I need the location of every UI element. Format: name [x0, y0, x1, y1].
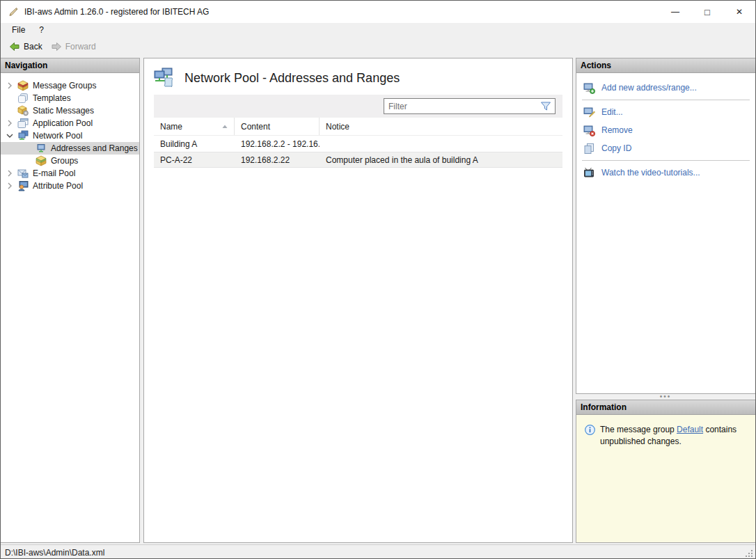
navigation-header: Navigation: [1, 58, 139, 73]
page-title: Network Pool - Addresses and Ranges: [184, 71, 400, 86]
navigation-panel: Navigation Message Groups: [1, 58, 140, 543]
menu-bar: File ?: [1, 23, 755, 37]
app-window: IBI-aws Admin 1.26.0 - registered for IB…: [0, 0, 756, 559]
chevron-down-icon[interactable]: [5, 131, 15, 141]
message-groups-icon: [17, 80, 29, 91]
minimize-button[interactable]: —: [659, 1, 691, 23]
splitter-grip-dots: •••: [660, 395, 672, 398]
resize-grip[interactable]: [745, 549, 754, 558]
addresses-icon: [36, 143, 47, 154]
video-tutorials-action[interactable]: Watch the video-tutorials...: [576, 164, 755, 182]
chevron-right-icon[interactable]: [5, 118, 15, 128]
copy-icon: [583, 143, 595, 155]
maximize-button[interactable]: □: [691, 1, 723, 23]
tree-item-static-messages[interactable]: Static Messages: [1, 104, 139, 117]
window-controls: — □ ✕: [659, 1, 755, 23]
groups-icon: [36, 155, 47, 166]
attribute-pool-icon: [17, 180, 29, 191]
tree-label: Application Pool: [33, 118, 93, 128]
tree-item-email-pool[interactable]: E-mail Pool: [1, 167, 139, 180]
forward-button[interactable]: Forward: [47, 39, 100, 54]
data-file-path: D:\IBI-aws\Admin\Data.xml: [5, 548, 104, 558]
action-label: Copy ID: [601, 143, 631, 153]
email-pool-icon: [17, 168, 29, 179]
add-address-range-action[interactable]: Add new address/range...: [576, 79, 755, 97]
menu-file[interactable]: File: [5, 24, 32, 36]
column-header-name[interactable]: Name: [154, 118, 235, 135]
filter-input[interactable]: [384, 102, 540, 111]
tree-item-attribute-pool[interactable]: Attribute Pool: [1, 180, 139, 192]
tree-item-addresses-and-ranges[interactable]: Addresses and Ranges: [1, 142, 139, 155]
tv-icon: [583, 167, 595, 179]
chevron-right-icon[interactable]: [5, 181, 15, 191]
column-header-notice[interactable]: Notice: [320, 118, 562, 135]
actions-separator: [582, 100, 750, 100]
title-bar: IBI-aws Admin 1.26.0 - registered for IB…: [1, 1, 755, 23]
network-pool-page-icon: [154, 68, 175, 88]
action-label: Edit...: [601, 107, 623, 117]
window-title: IBI-aws Admin 1.26.0 - registered for IB…: [24, 7, 209, 17]
toolbar: Back Forward: [1, 37, 755, 56]
edit-icon: [583, 107, 595, 118]
right-column: Actions Add new address/range...: [576, 58, 755, 543]
forward-arrow-icon: [51, 41, 62, 52]
back-button[interactable]: Back: [5, 39, 47, 54]
tree-label: Attribute Pool: [33, 181, 83, 191]
information-header: Information: [576, 400, 755, 415]
information-message: The message group Default contains unpub…: [600, 424, 743, 542]
tree-item-groups[interactable]: Groups: [1, 155, 139, 167]
actions-panel: Actions Add new address/range...: [576, 58, 755, 394]
column-header-content[interactable]: Content: [235, 118, 320, 135]
tree-label: E-mail Pool: [33, 168, 75, 178]
remove-action[interactable]: Remove: [576, 121, 755, 139]
panel-splitter[interactable]: •••: [576, 394, 755, 400]
info-icon: [585, 425, 595, 435]
chevron-right-icon[interactable]: [5, 168, 15, 178]
action-label: Remove: [601, 125, 633, 135]
tree-label: Addresses and Ranges: [51, 143, 138, 153]
main-panel: Network Pool - Addresses and Ranges Name: [143, 58, 573, 543]
actions-separator: [582, 160, 750, 161]
status-bar: D:\IBI-aws\Admin\Data.xml: [1, 544, 755, 559]
filter-input-wrap: [384, 98, 556, 114]
menu-help[interactable]: ?: [32, 24, 51, 36]
chevron-right-icon[interactable]: [5, 81, 15, 90]
tree-item-message-groups[interactable]: Message Groups: [1, 79, 139, 92]
sort-ascending-icon: [221, 123, 228, 130]
static-messages-icon: [17, 105, 29, 116]
application-pool-icon: [17, 118, 29, 129]
tree-label: Network Pool: [33, 131, 82, 141]
table-row[interactable]: Building A 192.168.2.2 - 192.16...: [154, 136, 562, 152]
table-row[interactable]: PC-A-22 192.168.2.22 Computer placed in …: [154, 152, 562, 168]
information-panel: Information The message group Default co…: [576, 400, 755, 543]
main-title-row: Network Pool - Addresses and Ranges: [154, 68, 562, 88]
tree-label: Message Groups: [33, 81, 96, 90]
tree-label: Groups: [51, 156, 78, 166]
filter-funnel-icon[interactable]: [540, 101, 551, 112]
close-button[interactable]: ✕: [723, 1, 755, 23]
tree-item-network-pool[interactable]: Network Pool: [1, 129, 139, 142]
back-arrow-icon: [9, 41, 20, 52]
actions-header: Actions: [576, 58, 755, 73]
addresses-table: Name Content Notice Building A 192.168.2…: [154, 118, 562, 168]
edit-action[interactable]: Edit...: [576, 103, 755, 121]
tree-item-templates[interactable]: Templates: [1, 92, 139, 104]
actions-list: Add new address/range... Edit...: [576, 73, 755, 182]
add-address-icon: [583, 82, 595, 94]
templates-icon: [17, 93, 29, 104]
navigation-tree: Message Groups Templates: [1, 73, 139, 192]
default-message-group-link[interactable]: Default: [677, 425, 703, 434]
information-body: The message group Default contains unpub…: [576, 415, 755, 542]
tree-label: Static Messages: [33, 106, 94, 116]
back-label: Back: [24, 42, 42, 52]
filter-bar: [154, 95, 562, 118]
copy-id-action[interactable]: Copy ID: [576, 139, 755, 157]
network-pool-icon: [17, 130, 29, 141]
tree-label: Templates: [33, 93, 71, 103]
app-megaphone-icon: [7, 6, 19, 18]
table-header: Name Content Notice: [154, 118, 562, 136]
tree-item-application-pool[interactable]: Application Pool: [1, 117, 139, 129]
content-area: Navigation Message Groups: [1, 56, 755, 544]
action-label: Add new address/range...: [601, 83, 697, 93]
remove-icon: [583, 125, 595, 136]
